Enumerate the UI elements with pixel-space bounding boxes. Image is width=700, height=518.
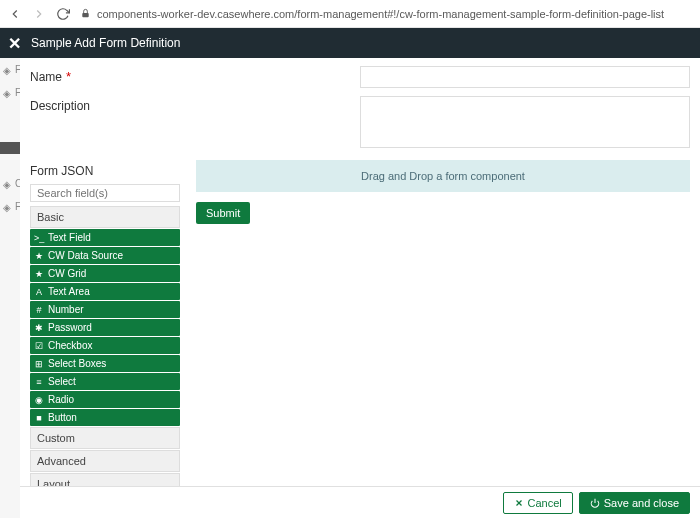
cancel-button[interactable]: Cancel xyxy=(503,492,573,514)
page-header: ✕ Sample Add Form Definition xyxy=(0,28,700,58)
rail-item[interactable]: ◈F xyxy=(0,81,20,104)
component-cw-data-source[interactable]: ★CW Data Source xyxy=(30,247,180,264)
group-advanced[interactable]: Advanced xyxy=(30,450,180,472)
rail-item[interactable]: ◈F xyxy=(0,58,20,81)
lock-icon xyxy=(80,8,91,19)
component-radio[interactable]: ◉Radio xyxy=(30,391,180,408)
component-button[interactable]: ■Button xyxy=(30,409,180,426)
component-label: Checkbox xyxy=(48,340,92,351)
form-canvas: Drag and Drop a form component Submit xyxy=(196,160,690,486)
group-custom[interactable]: Custom xyxy=(30,427,180,449)
footer: Cancel Save and close xyxy=(20,486,700,518)
star-icon: ★ xyxy=(34,269,44,279)
rail-item[interactable]: ◈C xyxy=(0,172,20,195)
hash-icon: # xyxy=(34,305,44,315)
stop-icon: ■ xyxy=(34,413,44,423)
component-select[interactable]: ≡Select xyxy=(30,373,180,390)
component-palette: Form JSON Basic >_Text Field★CW Data Sou… xyxy=(30,160,180,486)
nav-back-icon[interactable] xyxy=(8,7,22,21)
name-row: Name* xyxy=(30,66,690,88)
star-icon: ★ xyxy=(34,251,44,261)
drop-zone[interactable]: Drag and Drop a form component xyxy=(196,160,690,192)
component-label: Select xyxy=(48,376,76,387)
description-row: Description xyxy=(30,96,690,148)
group-layout[interactable]: Layout xyxy=(30,473,180,486)
power-icon xyxy=(590,498,600,508)
basic-component-list: >_Text Field★CW Data Source★CW GridAText… xyxy=(30,229,180,426)
url-text: components-worker-dev.casewhere.com/form… xyxy=(97,8,664,20)
component-label: Radio xyxy=(48,394,74,405)
svg-rect-0 xyxy=(82,13,88,17)
search-input[interactable] xyxy=(30,184,180,202)
list-icon: ≡ xyxy=(34,377,44,387)
component-text-area[interactable]: AText Area xyxy=(30,283,180,300)
rail-item-selected[interactable] xyxy=(0,142,20,154)
nav-reload-icon[interactable] xyxy=(56,7,70,21)
component-text-field[interactable]: >_Text Field xyxy=(30,229,180,246)
component-label: Button xyxy=(48,412,77,423)
component-label: Password xyxy=(48,322,92,333)
close-icon[interactable]: ✕ xyxy=(8,34,21,53)
side-rail: ◈F ◈F ◈C ◈F xyxy=(0,58,20,518)
font-icon: A xyxy=(34,287,44,297)
name-label: Name* xyxy=(30,66,360,84)
component-label: CW Grid xyxy=(48,268,86,279)
component-password[interactable]: ✱Password xyxy=(30,319,180,336)
form-fields: Name* Description xyxy=(20,58,700,160)
main-content: Name* Description Form JSON Basic >_Text… xyxy=(20,58,700,486)
submit-button[interactable]: Submit xyxy=(196,202,250,224)
page-title: Sample Add Form Definition xyxy=(31,36,180,50)
component-label: Text Field xyxy=(48,232,91,243)
asterisk-icon: ✱ xyxy=(34,323,44,333)
rail-item[interactable]: ◈F xyxy=(0,195,20,218)
check-square-icon: ☑ xyxy=(34,341,44,351)
nav-forward-icon[interactable] xyxy=(32,7,46,21)
component-cw-grid[interactable]: ★CW Grid xyxy=(30,265,180,282)
required-icon: * xyxy=(66,69,71,84)
component-checkbox[interactable]: ☑Checkbox xyxy=(30,337,180,354)
component-number[interactable]: #Number xyxy=(30,301,180,318)
dot-circle-icon: ◉ xyxy=(34,395,44,405)
close-icon xyxy=(514,498,524,508)
component-label: Select Boxes xyxy=(48,358,106,369)
address-bar[interactable]: components-worker-dev.casewhere.com/form… xyxy=(80,8,692,20)
component-select-boxes[interactable]: ⊞Select Boxes xyxy=(30,355,180,372)
group-basic[interactable]: Basic xyxy=(30,206,180,228)
description-input[interactable] xyxy=(360,96,690,148)
plus-square-icon: ⊞ xyxy=(34,359,44,369)
palette-title: Form JSON xyxy=(30,164,180,178)
component-label: Text Area xyxy=(48,286,90,297)
form-builder: Form JSON Basic >_Text Field★CW Data Sou… xyxy=(20,160,700,486)
description-label: Description xyxy=(30,96,360,113)
name-input[interactable] xyxy=(360,66,690,88)
terminal-icon: >_ xyxy=(34,233,44,243)
save-button[interactable]: Save and close xyxy=(579,492,690,514)
component-label: CW Data Source xyxy=(48,250,123,261)
browser-bar: components-worker-dev.casewhere.com/form… xyxy=(0,0,700,28)
component-label: Number xyxy=(48,304,84,315)
